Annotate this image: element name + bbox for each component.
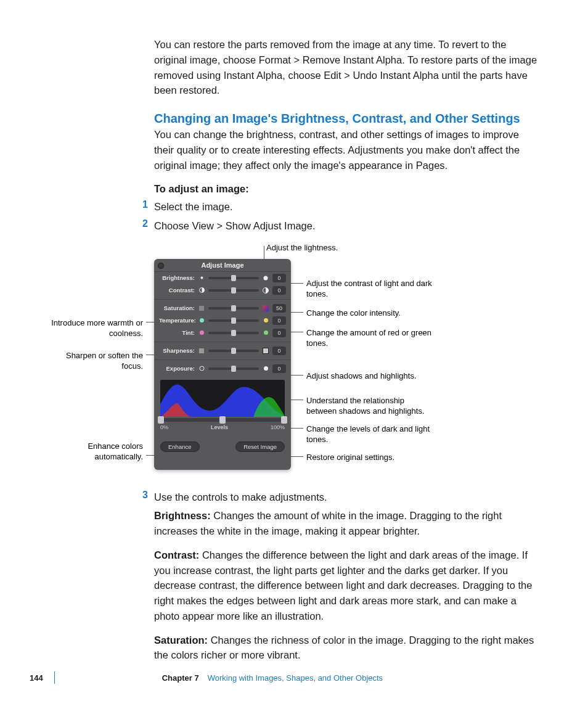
panel-title: Adjust Image [154, 259, 291, 272]
slider-label: Sharpness: [159, 347, 195, 354]
warm-icon [263, 318, 269, 324]
sharpness-slider[interactable] [208, 350, 259, 352]
term: Saturation: [154, 634, 208, 646]
slider-label: Saturation: [159, 305, 195, 311]
heading-paragraph: You can change the brightness, contrast,… [154, 127, 537, 173]
callout-enhance: Enhance colors automatically. [51, 441, 143, 462]
slider-label: Temperature: [159, 317, 195, 324]
svg-point-7 [264, 330, 268, 335]
slider-label: Contrast: [159, 287, 195, 293]
step-text: Choose View > Show Adjust Image. [154, 218, 316, 234]
definition-brightness: Brightness: Changes the amount of white … [154, 508, 537, 539]
callout-line [291, 283, 303, 284]
callout-line [291, 332, 303, 332]
levels-label: Levels [211, 424, 228, 430]
levels-right: 100% [271, 424, 285, 430]
callout-line [291, 428, 303, 429]
callout-line [291, 375, 303, 376]
step-number: 3 [136, 490, 148, 505]
sharp-icon [263, 348, 269, 354]
callout-line [291, 400, 303, 400]
saturation-slider[interactable] [208, 307, 259, 310]
step-number: 1 [136, 199, 148, 215]
step-list-continued: 3 Use the controls to make adjustments. [154, 490, 537, 505]
callout-understand: Understand the relationship between shad… [306, 395, 436, 417]
callout-shadows: Adjust shadows and highlights. [306, 371, 436, 382]
term: Contrast: [154, 549, 199, 560]
callout-redgreen: Change the amount of red or green tones. [306, 327, 436, 349]
chapter-title: Working with Images, Shapes, and Other O… [208, 673, 383, 683]
svg-point-1 [264, 276, 268, 280]
contrast-value[interactable]: 0 [272, 286, 286, 295]
slider-label: Brightness: [159, 274, 195, 281]
tint-row: Tint: 0 [154, 327, 291, 339]
saturation-high-icon [263, 305, 269, 311]
term-text: Changes the richness of color in the ima… [154, 634, 534, 661]
temperature-row: Temperature: 0 [154, 314, 291, 327]
contrast-row: Contrast: 0 [154, 284, 291, 297]
callout-contrast: Adjust the contrast of light and dark to… [306, 278, 436, 300]
exposure-row: Exposure: 0 [154, 363, 291, 375]
callout-line [291, 312, 303, 313]
callout-restore: Restore original settings. [306, 452, 436, 463]
step-text: Use the controls to make adjustments. [154, 490, 327, 505]
sun-large-icon [263, 275, 269, 281]
tint-green-icon [263, 330, 269, 336]
contrast-high-icon [263, 287, 269, 293]
list-item: 3 Use the controls to make adjustments. [154, 490, 537, 505]
tint-value[interactable]: 0 [272, 329, 286, 337]
reset-image-button[interactable]: Reset Image [235, 441, 285, 452]
contrast-low-icon [198, 287, 205, 293]
blur-icon [198, 348, 205, 354]
svg-point-0 [200, 277, 203, 279]
histogram [160, 380, 285, 417]
sun-small-icon [198, 275, 205, 281]
callout-levels: Change the levels of dark and light tone… [306, 424, 436, 445]
enhance-button[interactable]: Enhance [160, 441, 200, 452]
section-heading: Changing an Image's Brightness, Contrast… [154, 112, 537, 126]
svg-point-6 [200, 330, 204, 335]
page-number: 144 [30, 673, 43, 683]
step-text: Select the image. [154, 199, 233, 215]
divider [154, 342, 291, 342]
exposure-slider[interactable] [208, 367, 259, 370]
brightness-value[interactable]: 0 [272, 274, 286, 282]
tint-slider[interactable] [208, 332, 259, 334]
saturation-row: Saturation: 50 [154, 302, 291, 314]
callout-warmth: Introduce more warmth or coolness. [51, 318, 143, 339]
brightness-row: Brightness: 0 [154, 272, 291, 284]
callout-intensity: Change the color intensity. [306, 308, 436, 319]
term-text: Changes the difference between the light… [154, 549, 532, 622]
svg-point-4 [200, 318, 204, 322]
close-icon[interactable] [158, 263, 164, 269]
sharpness-row: Sharpness: 0 [154, 345, 291, 357]
document-page: You can restore the parts removed from t… [0, 0, 588, 706]
slider-label: Exposure: [159, 365, 195, 372]
page-footer: 144 Chapter 7 Working with Images, Shape… [0, 671, 588, 684]
definition-contrast: Contrast: Changes the difference between… [154, 548, 537, 624]
contrast-slider[interactable] [208, 289, 259, 292]
callout-lightness: Adjust the lightness. [266, 242, 338, 253]
callout-line [291, 456, 303, 457]
exposure-low-icon [198, 366, 205, 372]
sharpness-value[interactable]: 0 [272, 347, 286, 355]
figure-adjust-image: Adjust the lightness. Introduce more war… [51, 237, 537, 481]
temperature-slider[interactable] [208, 319, 259, 322]
temperature-value[interactable]: 0 [272, 316, 286, 325]
saturation-value[interactable]: 50 [272, 304, 286, 313]
svg-point-9 [264, 366, 268, 371]
brightness-slider[interactable] [208, 277, 259, 279]
svg-point-5 [264, 318, 268, 322]
panel-title-text: Adjust Image [201, 261, 243, 269]
intro-paragraph: You can restore the parts removed from t… [154, 37, 537, 98]
levels-slider[interactable] [160, 418, 285, 422]
chapter-label: Chapter 7 [162, 673, 199, 683]
exposure-value[interactable]: 0 [272, 364, 286, 373]
step-list: 1 Select the image. 2 Choose View > Show… [154, 199, 537, 234]
saturation-low-icon [198, 305, 205, 311]
list-item: 2 Choose View > Show Adjust Image. [154, 218, 537, 234]
levels-left: 0% [160, 424, 168, 430]
divider [154, 299, 291, 300]
step-number: 2 [136, 218, 148, 234]
term: Brightness: [154, 510, 211, 521]
